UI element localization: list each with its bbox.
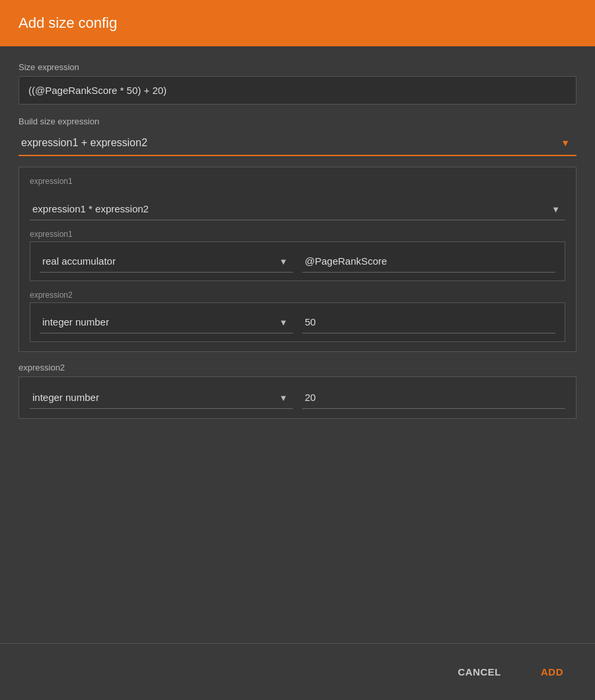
sub-expression1-value-wrap (302, 250, 555, 273)
expression2-value-wrap (302, 386, 565, 409)
add-button[interactable]: ADD (528, 660, 576, 684)
dialog-title: Add size config (19, 15, 576, 32)
sub-expression1-row: real accumulator integer number expressi… (40, 250, 555, 273)
expression2-block: integer number real accumulator expressi… (19, 376, 576, 419)
sub-expression1-block: real accumulator integer number expressi… (30, 241, 565, 281)
sub-expression1-type-select[interactable]: real accumulator integer number expressi… (40, 250, 293, 272)
expression2-type-select[interactable]: integer number real accumulator expressi… (30, 386, 293, 408)
expression1-inner-select[interactable]: expression1 * expression2 expression1 + … (30, 198, 565, 220)
sub-expression2-type-select-wrap: integer number real accumulator expressi… (40, 311, 293, 333)
expression2-type-select-wrap: integer number real accumulator expressi… (30, 386, 293, 409)
top-expression-select-row: expression1 + expression2 expression1 * … (19, 130, 576, 156)
dialog-header: Add size config (0, 0, 595, 46)
add-size-config-dialog: Add size config Size expression Build si… (0, 0, 595, 700)
sub-expression1-type-select-wrap: real accumulator integer number expressi… (40, 250, 293, 273)
sub-expression2-row: integer number real accumulator expressi… (40, 311, 555, 333)
sub-expression2-type-select[interactable]: integer number real accumulator expressi… (40, 311, 293, 333)
sub-expression2-block: integer number real accumulator expressi… (30, 302, 565, 342)
size-expression-field: Size expression (19, 62, 576, 105)
size-expression-input[interactable] (19, 76, 576, 105)
build-size-expression-section: Build size expression expression1 + expr… (19, 116, 576, 419)
expression2-row: integer number real accumulator expressi… (30, 386, 565, 409)
expression2-outer-section: expression2 integer number real accumula… (19, 363, 576, 419)
expression1-block: expression1 expression1 * expression2 ex… (19, 167, 576, 352)
sub-expression2-value-wrap (302, 311, 555, 333)
size-expression-label: Size expression (19, 62, 576, 72)
dialog-body: Size expression Build size expression ex… (0, 46, 595, 643)
sub-expression2-section: expression2 integer number real accumula… (30, 290, 565, 342)
expression2-value-input[interactable] (302, 386, 565, 408)
expression1-inner-select-row: expression1 * expression2 expression1 + … (30, 198, 565, 220)
build-size-expression-label: Build size expression (19, 116, 576, 126)
sub-expression1-label: expression1 (30, 230, 565, 239)
sub-expression1-section: expression1 real accumulator integer num… (30, 230, 565, 281)
sub-expression2-value-input[interactable] (302, 311, 555, 333)
dialog-footer: CANCEL ADD (0, 643, 595, 700)
sub-expression2-label: expression2 (30, 290, 565, 300)
expression2-outer-label: expression2 (19, 363, 576, 372)
cancel-button[interactable]: CANCEL (445, 660, 515, 684)
top-expression-select[interactable]: expression1 + expression2 expression1 * … (19, 130, 576, 155)
expression1-block-label: expression1 (30, 177, 565, 186)
sub-expression1-value-input[interactable] (302, 250, 555, 272)
